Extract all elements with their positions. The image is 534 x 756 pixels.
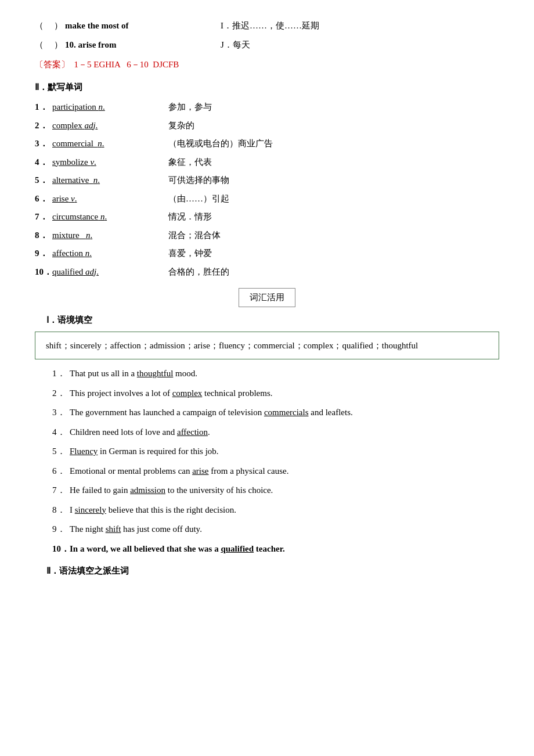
paren-open-10: （ [35,37,44,53]
vocab-word-9: affection n. [52,245,168,262]
matching-row-10: （ ） 10. arise from J．每天 [35,37,499,53]
sentence-text-5: Fluency in German is required for this j… [70,443,499,460]
vocab-meaning-7: 情况．情形 [168,208,499,225]
sentence-num-7: 7． [52,482,70,499]
vocab-box-title-text: 词汇活用 [239,288,295,307]
sentence-text-2: This project involves a lot of complex t… [70,385,499,402]
vocab-row-6: 6． arise v. （由……）引起 [35,190,499,207]
vocab-meaning-2: 复杂的 [168,117,499,134]
vocab-row-1: 1． participation n. 参加，参与 [35,99,499,116]
vocab-word-5: alternative n. [52,172,168,189]
vocab-row-9: 9． affection n. 喜爱，钟爱 [35,245,499,262]
answer-line: 〔答案〕 1－5 EGHIA 6－10 DJCFB [35,56,499,73]
sentence-10: 10． In a word, we all believed that she … [52,541,499,557]
sentence-8: 8． I sincerely believe that this is the … [52,502,499,519]
vocab-meaning-4: 象征，代表 [168,154,499,171]
vocab-row-4: 4． symbolize v. 象征，代表 [35,154,499,171]
sentence-num-9: 9． [52,521,70,538]
sentence-text-7: He failed to gain admission to the unive… [70,482,499,499]
vocab-meaning-9: 喜爱，钟爱 [168,245,499,262]
vocab-word-10: qualified adj. [52,264,168,280]
vocab-meaning-3: （电视或电台的）商业广告 [168,135,499,152]
dictation-section: Ⅱ．默写单词 1． participation n. 参加，参与 2． comp… [35,79,499,280]
vocab-num-6: 6． [35,190,52,207]
vocab-row-7: 7． circumstance n. 情况．情形 [35,208,499,225]
sentence-text-10: In a word, we all believed that she was … [70,541,499,557]
vocab-row-5: 5． alternative n. 可供选择的事物 [35,172,499,189]
sentence-num-10: 10． [52,541,70,557]
matching-row-9: （ ） make the most of I．推迟……，使……延期 [35,17,499,34]
sentence-9: 9． The night shift has just come off dut… [52,521,499,538]
sentence-5: 5． Fluency in German is required for thi… [52,443,499,460]
subsection2-title: Ⅱ．语法填空之派生词 [46,563,499,579]
paren-open-9: （ [35,17,44,34]
sentence-7: 7． He failed to gain admission to the un… [52,482,499,499]
vocab-num-8: 8． [35,227,52,244]
paren-blank-9 [44,17,54,34]
vocab-box-title: 词汇活用 [35,288,499,307]
vocab-row-10: 10． qualified adj. 合格的，胜任的 [35,264,499,280]
matching-item-9-right: I．推迟……，使……延期 [221,17,499,34]
sentence-num-6: 6． [52,463,70,480]
matching-item-10-right: J．每天 [221,37,499,53]
vocab-num-9: 9． [35,245,52,262]
word-box-content: shift；sincerely；affection；admission；aris… [46,341,418,350]
subsection1-title: Ⅰ．语境填空 [46,312,499,329]
vocab-num-1: 1． [35,99,52,116]
paren-blank-10 [44,37,54,53]
vocab-meaning-1: 参加，参与 [168,99,499,116]
sentence-2: 2． This project involves a lot of comple… [52,385,499,402]
sentence-1: 1． That put us all in a thoughtful mood. [52,365,499,382]
vocab-num-5: 5． [35,172,52,189]
answer-text: 1－5 EGHIA 6－10 DJCFB [72,60,179,69]
vocab-word-1: participation n. [52,99,168,116]
vocab-word-4: symbolize v. [52,154,168,171]
answer-label: 〔答案〕 [35,60,70,69]
paren-close-9: ） [54,17,63,34]
sentence-list: 1． That put us all in a thoughtful mood.… [52,365,499,557]
matching-section: （ ） make the most of I．推迟……，使……延期 （ ） 10… [35,17,499,53]
matching-item-10-text: 10. arise from [65,37,116,53]
vocab-meaning-10: 合格的，胜任的 [168,264,499,280]
sentence-text-1: That put us all in a thoughtful mood. [70,365,499,382]
sentence-text-6: Emotional or mental problems can arise f… [70,463,499,480]
word-box: shift；sincerely；affection；admission；aris… [35,332,499,359]
matching-item-9-text: make the most of [65,17,129,34]
sentence-num-3: 3． [52,404,70,421]
vocab-meaning-5: 可供选择的事物 [168,172,499,189]
vocab-num-3: 3． [35,135,52,152]
sentence-text-4: Children need lots of love and affection… [70,424,499,441]
vocab-meaning-8: 混合；混合体 [168,227,499,244]
vocab-meaning-6: （由……）引起 [168,190,499,207]
vocab-row-3: 3． commercial n. （电视或电台的）商业广告 [35,135,499,152]
vocab-word-6: arise v. [52,190,168,207]
sentence-num-2: 2． [52,385,70,402]
sentence-text-8: I sincerely believe that this is the rig… [70,502,499,519]
vocab-word-7: circumstance n. [52,208,168,225]
sentence-num-8: 8． [52,502,70,519]
vocab-word-3: commercial n. [52,135,168,152]
sentence-num-4: 4． [52,424,70,441]
sentence-num-1: 1． [52,365,70,382]
sentence-6: 6． Emotional or mental problems can aris… [52,463,499,480]
vocab-num-4: 4． [35,154,52,171]
vocab-row-2: 2． complex adj. 复杂的 [35,117,499,134]
vocab-num-2: 2． [35,117,52,134]
sentence-4: 4． Children need lots of love and affect… [52,424,499,441]
vocab-word-8: mixture n. [52,227,168,244]
dictation-title: Ⅱ．默写单词 [35,79,499,96]
sentence-text-3: The government has launched a campaign o… [70,404,499,421]
vocab-word-2: complex adj. [52,117,168,134]
vocab-num-7: 7． [35,208,52,225]
paren-close-10: ） [54,37,63,53]
sentence-text-9: The night shift has just come off duty. [70,521,499,538]
sentence-num-5: 5． [52,443,70,460]
vocab-num-10: 10． [35,264,52,280]
vocab-row-8: 8． mixture n. 混合；混合体 [35,227,499,244]
sentence-3: 3． The government has launched a campaig… [52,404,499,421]
